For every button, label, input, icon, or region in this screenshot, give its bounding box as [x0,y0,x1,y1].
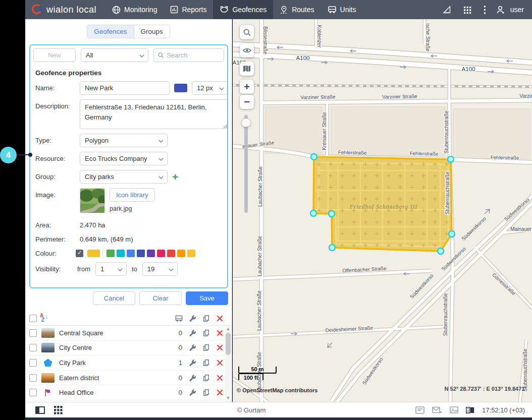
row-checkbox[interactable] [29,374,37,382]
annotation-badge: 4 [0,147,17,163]
to-label: to [130,265,139,273]
scrollbar-thumb[interactable] [226,333,231,355]
scroll-down-arrow[interactable]: ▼ [225,395,231,401]
search-input[interactable] [167,51,220,59]
list-scrollbar[interactable]: ▲ ▼ [225,326,231,401]
scroll-up-arrow[interactable]: ▲ [225,326,231,332]
nav-routes[interactable]: Routes [273,0,321,19]
image-icon[interactable] [450,406,458,413]
clear-button[interactable]: Clear [139,291,182,305]
palette-swatch[interactable] [177,250,185,257]
copy-column-icon[interactable] [202,314,210,323]
delete-icon[interactable] [216,358,224,367]
tab-groups[interactable]: Groups [134,25,170,38]
palette-swatch[interactable] [107,250,115,257]
mail-icon[interactable] [432,406,442,414]
palette-swatch[interactable] [187,250,195,257]
delete-icon[interactable] [216,374,224,382]
apps-grid-icon[interactable] [457,0,478,19]
geofence-image-thumbnail[interactable] [80,188,105,213]
delete-icon[interactable] [216,343,224,352]
row-checkbox[interactable] [29,329,37,337]
map-area[interactable]: Friedhof Schöneberg III BlissestraßeKobl… [233,19,532,402]
notes-icon[interactable] [415,406,424,414]
selected-colour-swatch[interactable] [87,250,100,257]
split-view-icon[interactable] [466,407,474,413]
edit-icon[interactable] [188,329,197,337]
visibility-to-select[interactable]: 19 [142,262,178,276]
street-label: Laubacher Straße [257,166,263,207]
line-width-select[interactable]: 12 px [192,81,228,95]
resource-select[interactable]: Eco Trucks Company [80,152,168,165]
copy-icon[interactable] [202,358,210,367]
copy-icon[interactable] [202,374,210,382]
row-checkbox[interactable] [29,359,37,367]
user-menu[interactable]: user [492,5,532,15]
delete-column-icon[interactable] [216,314,224,323]
zoom-out-button[interactable]: − [240,95,254,109]
cancel-button[interactable]: Cancel [93,291,135,305]
row-checkbox[interactable] [29,389,37,396]
palette-swatch[interactable] [167,250,175,257]
toggle-panel-icon[interactable] [35,406,45,414]
row-checkbox[interactable] [29,344,37,351]
geofence-row[interactable]: Head Office0 [25,385,232,400]
zoom-slider-handle[interactable] [242,118,250,127]
edit-column-icon[interactable] [188,314,197,323]
filter-select[interactable]: All [81,48,148,62]
palette-swatch[interactable] [127,250,135,257]
add-group-button[interactable]: + [172,172,178,182]
visibility-from-select[interactable]: 1 [95,262,127,276]
geofence-row[interactable]: Central Square0 [25,326,232,341]
name-input[interactable] [80,81,170,95]
copy-icon[interactable] [202,388,210,397]
area-label: Area: [35,221,80,229]
geofence-row[interactable]: City Centre0 [25,341,232,356]
map-visibility-button[interactable] [240,43,254,57]
nav-monitoring[interactable]: Monitoring [105,0,164,19]
zoom-in-button[interactable]: + [240,80,254,94]
copy-icon[interactable] [202,329,210,337]
sort-az-icon[interactable]: A↓Z [40,314,50,323]
nav-geofences[interactable]: Geofences [213,0,273,19]
map-layers-button[interactable] [240,62,254,76]
edit-icon[interactable] [188,358,197,367]
geofence-colour-swatch[interactable] [174,84,187,92]
select-all-checkbox[interactable] [29,315,37,322]
edit-icon[interactable] [188,343,197,352]
geofence-count: 0 [171,329,182,337]
geofence-row[interactable]: Eatern district0 [25,371,232,386]
delete-icon[interactable] [216,329,224,337]
icon-library-button[interactable]: Icon library [110,188,155,202]
wialon-logo[interactable]: wialon local [25,0,105,19]
map-canvas[interactable]: Friedhof Schöneberg III BlissestraßeKobl… [233,19,532,402]
palette-swatch[interactable] [157,250,165,257]
dashboard-grid-icon[interactable] [54,406,63,414]
description-textarea[interactable]: Fehlerstraße 13, Friedenau 12161, Berlin… [80,99,228,129]
tab-geofences[interactable]: Geofences [87,25,134,38]
kebab-menu-icon[interactable] [478,0,492,19]
new-geofence-button[interactable]: New [33,48,76,62]
palette-swatch[interactable] [147,250,155,257]
zoom-slider[interactable] [244,115,248,213]
palette-swatch[interactable] [117,250,125,257]
geofence-count: 0 [171,344,182,351]
colour-label: Colour: [35,250,80,257]
copy-icon[interactable] [202,343,210,352]
map-search-button[interactable] [240,25,254,39]
edit-icon[interactable] [188,388,197,397]
type-value: Polygon [85,137,109,144]
delete-icon[interactable] [216,388,224,397]
nav-reports[interactable]: Reports [164,0,213,19]
palette-swatch[interactable] [137,250,145,257]
type-select[interactable]: Polygon [80,134,168,147]
report-icon [170,6,178,14]
group-select[interactable]: City parks [80,170,168,184]
units-column-icon[interactable] [175,314,183,323]
geofence-row[interactable]: City Park1 [25,355,232,371]
edit-icon[interactable] [188,374,197,382]
nav-units[interactable]: Units [321,0,363,19]
save-button[interactable]: Save [186,291,228,305]
colour-enabled-checkbox[interactable] [76,250,83,257]
measure-ruler-icon[interactable] [436,0,457,19]
